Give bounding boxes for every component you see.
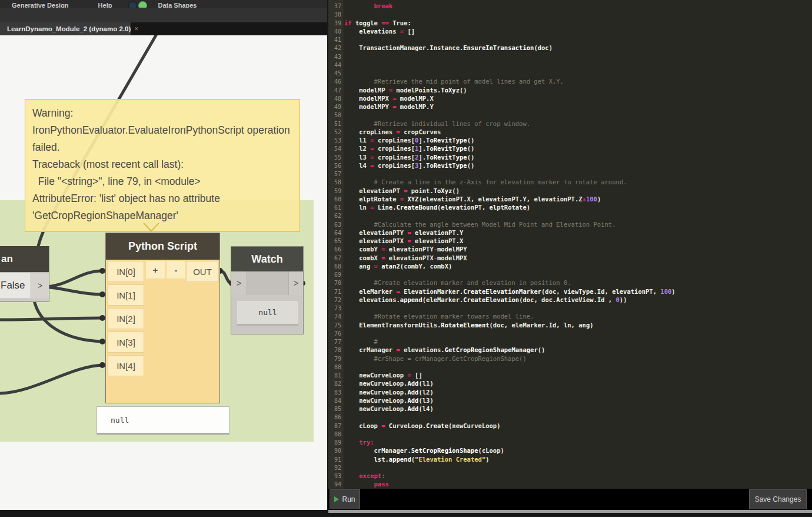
python-input-4[interactable]: IN[4]	[108, 355, 144, 376]
toolbar-strip	[0, 8, 328, 22]
code-line: 75ElementTransformUtils.RotateElement(do…	[328, 321, 812, 329]
watch-output-port[interactable]: >	[288, 271, 303, 295]
code-line: 67combX = elevationPTX-modelMPX	[328, 254, 812, 262]
code-line: 54l2 = cropLines[1].ToRevitType()	[328, 144, 812, 153]
node-canvas[interactable]: an False > Python Script IN[0]IN[1]IN[2]…	[0, 35, 328, 510]
watch-input-port[interactable]: >	[231, 271, 247, 295]
warning-tooltip: Warning: IronPythonEvaluator.EvaluateIro…	[25, 99, 300, 232]
menu-help[interactable]: Help	[98, 2, 112, 8]
editor-bottom-bar: Run Save Changes	[328, 489, 812, 510]
save-changes-label: Save Changes	[755, 495, 801, 503]
code-line: 74#Rotate elevation marker towars model …	[328, 312, 812, 320]
python-input-3[interactable]: IN[3]	[108, 332, 144, 353]
code-line: 81newCurveLoop = []	[328, 371, 812, 379]
tab-close-icon[interactable]: ×	[134, 25, 138, 33]
code-line: 44	[328, 61, 812, 69]
code-lines[interactable]: 37break3839if toggle == True:40elevation…	[328, 2, 812, 489]
code-line: 65elevationPTX = elevationPT.X	[328, 237, 812, 245]
python-code-editor[interactable]: 37break3839if toggle == True:40elevation…	[328, 0, 812, 489]
watch-node[interactable]: Watch > > null	[231, 246, 304, 334]
run-button-label: Run	[342, 495, 355, 503]
code-line: 43	[328, 52, 812, 61]
code-line: 56l4 = cropLines[3].ToRevitType()	[328, 161, 812, 170]
dynamo-app-window: Generative Design Help Data Shapes Learn…	[0, 0, 812, 517]
code-line: 83newCurveLoop.Add(l2)	[328, 388, 812, 396]
watch-ports-row: > >	[231, 271, 303, 295]
wire-to-in4	[0, 365, 102, 393]
code-line: 46#Retrieve the mid point of model lines…	[328, 77, 812, 85]
code-line: 57	[328, 170, 812, 178]
menu-generative-design[interactable]: Generative Design	[12, 2, 69, 8]
code-line: 39if toggle == True:	[328, 19, 812, 27]
code-line: 71eleMarker = ElevationMarker.CreateElev…	[328, 287, 812, 296]
code-line: 93except:	[328, 472, 812, 480]
code-line: 47modelMP = modelPoints.ToXyz()	[328, 86, 812, 94]
run-button[interactable]: Run	[330, 489, 360, 509]
boolean-node-footer	[0, 298, 49, 301]
editor-bottom-gray-line	[328, 510, 812, 513]
code-line: 94pass	[328, 480, 812, 488]
code-line: 84newCurveLoop.Add(l3)	[328, 396, 812, 405]
wire-false-to-in0	[44, 271, 102, 287]
code-line: 60elptRotate = XYZ(elevationPT.X, elevat…	[328, 195, 812, 203]
code-line: 73	[328, 304, 812, 312]
python-input-1[interactable]: IN[1]	[108, 284, 144, 306]
menu-bar: Generative Design Help Data Shapes	[0, 0, 328, 8]
code-line: 77#	[328, 337, 812, 346]
python-input-0[interactable]: IN[0]	[108, 261, 144, 282]
watch-node-title[interactable]: Watch	[231, 247, 303, 271]
plugin-dark-circle-icon[interactable]	[128, 1, 137, 8]
plugin-green-circle-icon[interactable]	[138, 1, 147, 8]
warning-tooltip-pointer	[144, 223, 158, 230]
python-input-2[interactable]: IN[2]	[108, 308, 144, 329]
code-line: 53l1 = cropLines[0].ToRevitType()	[328, 136, 812, 144]
wire-to-in2	[0, 318, 102, 320]
code-line: 79#crShape = crManager.GetCropRegionShap…	[328, 354, 812, 363]
code-line: 63#Calculate the angle between Model Mid…	[328, 220, 812, 228]
code-line: 87cLoop = CurveLoop.Create(newCurveLoop)	[328, 422, 812, 430]
code-line: 38	[328, 10, 812, 18]
boolean-output-port[interactable]: >	[31, 273, 49, 298]
code-line: 82newCurveLoop.Add(l1)	[328, 379, 812, 387]
code-line: 41	[328, 35, 812, 44]
code-line: 80	[328, 363, 812, 371]
python-preview-bubble[interactable]: null	[96, 406, 229, 435]
code-line: 89try:	[328, 438, 812, 446]
code-line: 50	[328, 111, 812, 119]
code-line: 92	[328, 463, 812, 472]
code-line: 42TransactionManager.Instance.EnsureInTr…	[328, 44, 812, 52]
code-line: 45	[328, 69, 812, 77]
save-changes-button[interactable]: Save Changes	[749, 489, 807, 509]
code-line: 76	[328, 329, 812, 337]
code-line: 59elevationPT = point.ToXyz()	[328, 187, 812, 195]
watch-value: null	[237, 301, 298, 326]
menu-data-shapes[interactable]: Data Shapes	[158, 2, 197, 8]
code-line: 72elevations.append(eleMarker.CreateElev…	[328, 296, 812, 304]
code-line: 91lst.append("Elevation Created")	[328, 455, 812, 463]
code-line: 85newCurveLoop.Add(l4)	[328, 405, 812, 413]
python-script-node-title[interactable]: Python Script	[106, 233, 219, 260]
code-line: 62	[328, 211, 812, 220]
wire-false-to-in1	[44, 287, 102, 294]
workspace-tab[interactable]: LearnDynamo_Module_2 (dynamo 2.0) ×	[0, 22, 131, 35]
python-script-node[interactable]: Python Script IN[0]IN[1]IN[2]IN[3]IN[4] …	[105, 233, 220, 403]
code-line: 88	[328, 430, 812, 438]
code-line: 49modelMPY = modelMP.Y	[328, 102, 812, 111]
code-line: 61ln = Line.CreateBound(elevationPT, elp…	[328, 203, 812, 211]
boolean-node[interactable]: an False >	[0, 246, 49, 302]
remove-input-button[interactable]: -	[167, 261, 185, 279]
code-line: 48modelMPX = modelMP.X	[328, 94, 812, 102]
code-line: 66combY = elevationPTY-modelMPY	[328, 245, 812, 253]
code-line: 52cropLines = cropCurves	[328, 128, 812, 136]
boolean-node-value[interactable]: False	[0, 273, 31, 298]
code-line: 37break	[328, 2, 812, 10]
boolean-node-title: an	[0, 246, 49, 272]
python-output-port[interactable]: OUT	[186, 261, 219, 282]
workspace-tab-title: LearnDynamo_Module_2 (dynamo 2.0)	[7, 25, 131, 32]
watch-ports-spacer	[247, 271, 288, 295]
tab-bar: LearnDynamo_Module_2 (dynamo 2.0) ×	[0, 22, 328, 35]
add-input-button[interactable]: +	[146, 261, 165, 279]
code-line: 51#Retrieve individual lines of crop win…	[328, 120, 812, 128]
boolean-node-body: False >	[0, 272, 49, 298]
code-line: 68ang = atan2(combY, combX)	[328, 262, 812, 270]
